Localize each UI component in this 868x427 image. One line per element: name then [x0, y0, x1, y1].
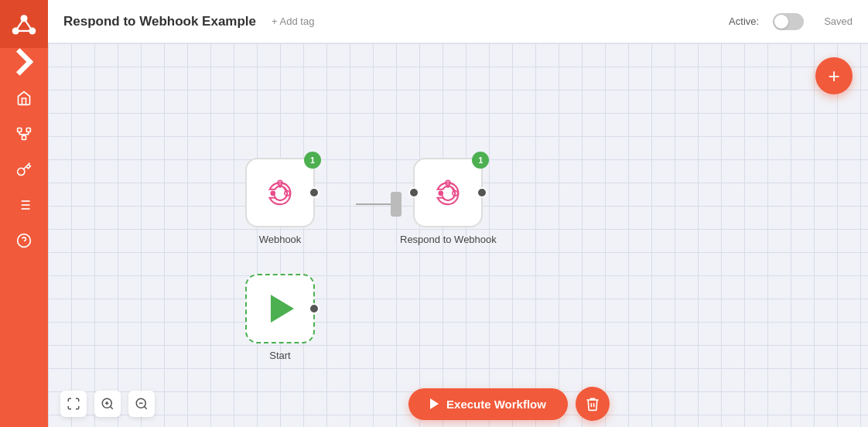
- trash-icon: [585, 396, 600, 412]
- active-label: Active:: [729, 15, 759, 27]
- zoom-out-icon: [135, 397, 149, 411]
- zoom-in-button[interactable]: [94, 391, 121, 417]
- svg-rect-8: [22, 136, 26, 140]
- respond-webhook-label: Respond to Webhook: [400, 234, 497, 245]
- header: Respond to Webhook Example + Add tag Act…: [48, 0, 868, 43]
- start-label: Start: [269, 350, 290, 361]
- svg-line-30: [110, 406, 112, 408]
- zoom-in-icon: [101, 397, 114, 411]
- bottom-toolbar: Execute Workflow: [48, 381, 868, 427]
- webhook-badge: 1: [304, 152, 321, 169]
- sidebar: [0, 0, 48, 427]
- execute-label: Execute Workflow: [446, 398, 546, 411]
- execute-workflow-button[interactable]: Execute Workflow: [408, 388, 568, 420]
- add-node-fab[interactable]: +: [815, 57, 853, 94]
- svg-line-3: [15, 19, 24, 31]
- fit-icon: [67, 397, 80, 411]
- webhook-label: Webhook: [259, 234, 302, 245]
- respond-webhook-badge: 1: [472, 152, 489, 169]
- svg-rect-7: [26, 128, 30, 132]
- webhook-output-connector[interactable]: [309, 187, 320, 198]
- node-webhook: 1 Webhook: [245, 158, 315, 245]
- node-respond-webhook: 1 Respond to Webhook: [400, 158, 497, 245]
- svg-line-34: [144, 406, 146, 408]
- workflow-canvas[interactable]: + 1 Webhook: [48, 43, 868, 427]
- svg-rect-6: [18, 128, 22, 132]
- respond-webhook-input-connector[interactable]: [408, 187, 419, 198]
- fit-button[interactable]: [60, 391, 87, 417]
- saved-status: Saved: [824, 15, 853, 27]
- start-output-connector[interactable]: [309, 303, 320, 314]
- sidebar-item-help[interactable]: [8, 224, 40, 257]
- respond-webhook-icon: [432, 176, 464, 209]
- active-toggle[interactable]: [773, 13, 804, 30]
- add-tag-button[interactable]: + Add tag: [265, 12, 320, 30]
- sidebar-collapse-button[interactable]: [0, 48, 48, 76]
- sidebar-item-workflow[interactable]: [8, 118, 40, 150]
- execute-play-icon: [430, 398, 439, 409]
- plus-icon: +: [828, 66, 839, 86]
- sidebar-item-home[interactable]: [8, 82, 40, 114]
- delete-button[interactable]: [576, 387, 610, 421]
- sidebar-item-credentials[interactable]: [8, 153, 40, 186]
- sidebar-nav: [8, 76, 40, 427]
- respond-webhook-output-connector[interactable]: [477, 187, 487, 198]
- zoom-out-button[interactable]: [128, 391, 155, 417]
- webhook-icon: [264, 176, 296, 209]
- main-area: Respond to Webhook Example + Add tag Act…: [48, 0, 868, 427]
- sidebar-item-executions[interactable]: [8, 189, 40, 221]
- toggle-knob: [774, 15, 788, 29]
- workflow-title: Respond to Webhook Example: [63, 14, 256, 29]
- node-start: Start: [245, 274, 315, 361]
- start-play-icon: [271, 295, 294, 323]
- bottom-center: Execute Workflow: [162, 387, 856, 421]
- svg-line-4: [24, 19, 32, 31]
